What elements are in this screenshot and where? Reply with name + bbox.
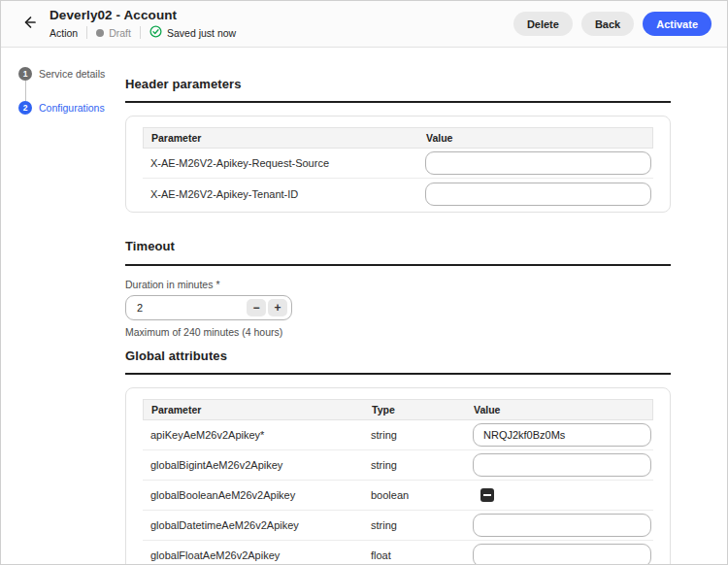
check-circle-icon xyxy=(149,25,162,40)
parameter-name: X-AE-M26V2-Apikey-Request-Source xyxy=(143,157,417,169)
table-header-row: Parameter Value xyxy=(143,127,653,149)
value-cell xyxy=(417,151,653,175)
global-attributes-title: Global attributes xyxy=(125,349,671,363)
table-header-row: Parameter Type Value xyxy=(143,399,653,420)
draft-dot-icon xyxy=(96,29,104,37)
main-content: Header parameters Parameter Value X-AE-M… xyxy=(125,48,671,565)
duration-value[interactable]: 2 xyxy=(137,302,245,314)
table-row: globalFloatAeM26v2Apikeyfloat xyxy=(143,541,653,565)
value-cell xyxy=(465,453,653,477)
value-input[interactable] xyxy=(425,183,651,206)
parameter-type: string xyxy=(363,459,465,471)
table-row: globalBigintAeM26v2Apikeystring xyxy=(143,450,653,481)
parameter-name: globalBigintAeM26v2Apikey xyxy=(143,459,363,471)
step-2-label: Configurations xyxy=(39,102,105,114)
value-cell xyxy=(465,488,653,502)
save-status: Saved just now xyxy=(149,25,236,40)
delete-button[interactable]: Delete xyxy=(513,12,573,36)
step-1-label: Service details xyxy=(39,68,105,80)
title-block: Deverly02 - Account Action Draft Saved j… xyxy=(50,8,236,41)
divider xyxy=(140,26,141,39)
steps-sidebar: 1 Service details 2 Configurations xyxy=(1,48,125,115)
topbar: Deverly02 - Account Action Draft Saved j… xyxy=(1,1,727,48)
parameter-name: X-AE-M26V2-Apikey-Tenant-ID xyxy=(143,188,417,200)
value-input[interactable] xyxy=(473,544,651,565)
value-cell xyxy=(465,544,653,565)
table-row: X-AE-M26V2-Apikey-Tenant-ID xyxy=(143,179,653,209)
header-parameters-title: Header parameters xyxy=(125,78,671,91)
boolean-checkbox-indeterminate[interactable] xyxy=(480,488,494,502)
increment-button[interactable]: + xyxy=(268,299,287,316)
subtitle-row: Action Draft Saved just now xyxy=(50,25,236,40)
duration-label: Duration in minutes * xyxy=(125,279,671,290)
table-row: apiKeyAeM26v2Apikey*string xyxy=(143,420,653,450)
section-rule xyxy=(125,373,671,375)
global-attributes-table: Parameter Type Value apiKeyAeM26v2Apikey… xyxy=(143,399,653,565)
global-attributes-tbody: apiKeyAeM26v2Apikey*stringglobalBigintAe… xyxy=(143,420,653,565)
parameter-name: globalDatetimeAeM26v2Apikey xyxy=(143,519,363,531)
column-header-type: Type xyxy=(364,404,466,415)
activate-button[interactable]: Activate xyxy=(643,12,711,36)
column-header-value: Value xyxy=(466,404,652,415)
parameter-name: apiKeyAeM26v2Apikey* xyxy=(143,429,363,441)
section-rule xyxy=(125,101,671,103)
page-title: Deverly02 - Account xyxy=(50,8,236,23)
parameter-type: string xyxy=(363,519,465,531)
parameter-name: globalFloatAeM26v2Apikey xyxy=(143,549,363,561)
header-parameters-card: Parameter Value X-AE-M26V2-Apikey-Reques… xyxy=(125,116,671,213)
value-input[interactable] xyxy=(473,423,651,447)
step-connector xyxy=(25,81,26,101)
topbar-actions: Delete Back Activate xyxy=(513,12,711,36)
status-badge: Draft xyxy=(96,27,131,39)
column-header-value: Value xyxy=(418,132,652,144)
global-attributes-card: Parameter Type Value apiKeyAeM26v2Apikey… xyxy=(125,387,671,565)
step-2-circle: 2 xyxy=(18,101,32,115)
header-parameters-table: Parameter Value X-AE-M26V2-Apikey-Reques… xyxy=(143,127,653,209)
header-parameters-tbody: X-AE-M26V2-Apikey-Request-SourceX-AE-M26… xyxy=(143,149,653,209)
value-cell xyxy=(465,423,653,447)
parameter-name: globalBooleanAeM26v2Apikey xyxy=(143,489,363,501)
step-1-circle: 1 xyxy=(18,67,32,81)
table-row: globalBooleanAeM26v2Apikeyboolean xyxy=(143,481,653,511)
value-input[interactable] xyxy=(473,453,651,477)
parameter-type: float xyxy=(363,549,465,561)
value-input[interactable] xyxy=(425,151,651,175)
parameter-type: string xyxy=(363,429,465,441)
table-row: X-AE-M26V2-Apikey-Request-Source xyxy=(143,149,653,179)
step-configurations[interactable]: 2 Configurations xyxy=(18,101,125,115)
decrement-button[interactable]: − xyxy=(247,299,266,316)
parameter-type: boolean xyxy=(363,489,465,501)
section-rule xyxy=(125,264,671,266)
timeout-title: Timeout xyxy=(125,240,671,253)
duration-stepper[interactable]: 2 − + xyxy=(125,295,292,320)
back-button[interactable]: Back xyxy=(581,12,634,36)
back-arrow-button[interactable] xyxy=(17,12,42,37)
step-service-details[interactable]: 1 Service details xyxy=(18,67,125,81)
back-arrow-icon xyxy=(20,14,38,34)
duration-helper-text: Maximum of 240 minutes (4 hours) xyxy=(125,326,671,338)
value-cell xyxy=(417,183,653,206)
column-header-parameter: Parameter xyxy=(144,404,364,415)
table-row: globalDatetimeAeM26v2Apikeystring xyxy=(143,511,653,541)
column-header-parameter: Parameter xyxy=(144,132,418,144)
value-cell xyxy=(465,514,653,537)
value-input[interactable] xyxy=(473,514,651,537)
app-window: Deverly02 - Account Action Draft Saved j… xyxy=(0,0,728,565)
divider xyxy=(86,26,87,39)
object-type-label: Action xyxy=(50,27,78,39)
